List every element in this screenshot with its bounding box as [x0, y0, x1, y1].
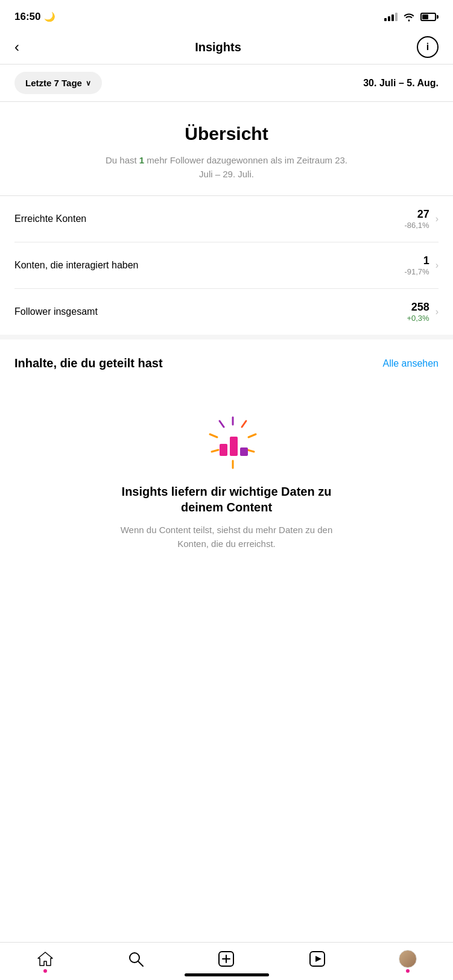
stat-right-reached: 27 -86,1% › — [404, 208, 439, 230]
empty-state: Insights liefern dir wichtige Daten zu d… — [14, 400, 439, 575]
stat-right-interacted: 1 -91,7% › — [404, 254, 439, 276]
stat-item-interacted[interactable]: Konten, die interagiert haben 1 -91,7% › — [14, 242, 439, 289]
overview-subtitle: Du hast 1 mehr Follower dazugewonnen als… — [100, 154, 353, 181]
svg-rect-10 — [240, 447, 248, 456]
chart-icon — [197, 413, 257, 467]
svg-rect-9 — [230, 437, 238, 456]
svg-line-3 — [247, 450, 254, 452]
chevron-right-icon-3: › — [436, 306, 439, 317]
nav-item-profile[interactable] — [399, 950, 417, 968]
battery-icon — [420, 13, 439, 21]
nav-bar: ‹ Insights i — [0, 30, 453, 64]
nav-item-search[interactable] — [127, 950, 145, 968]
chevron-right-icon: › — [436, 213, 439, 224]
stats-list: Erreichte Konten 27 -86,1% › Konten, die… — [0, 196, 453, 335]
svg-marker-17 — [315, 956, 322, 962]
stat-number-reached: 27 — [404, 208, 429, 221]
signal-icon — [384, 13, 398, 21]
search-icon — [127, 950, 145, 968]
moon-icon: 🌙 — [44, 11, 55, 22]
reels-icon — [308, 950, 326, 968]
home-icon — [36, 950, 54, 968]
stat-right-followers: 258 +0,3% › — [407, 301, 439, 323]
stat-item-followers[interactable]: Follower insgesamt 258 +0,3% › — [14, 289, 439, 335]
svg-line-2 — [249, 434, 256, 437]
content-header: Inhalte, die du geteilt hast Alle ansehe… — [14, 356, 439, 370]
stat-change-reached: -86,1% — [404, 221, 429, 230]
overview-section: Übersicht Du hast 1 mehr Follower dazuge… — [0, 102, 453, 196]
nav-item-create[interactable] — [217, 950, 235, 968]
stat-label-reached: Erreichte Konten — [14, 213, 86, 224]
status-bar: 16:50 🌙 — [0, 0, 453, 30]
svg-rect-8 — [220, 444, 227, 456]
stat-label-followers: Follower insgesamt — [14, 306, 98, 317]
chevron-right-icon-2: › — [436, 260, 439, 271]
date-filter-button[interactable]: Letzte 7 Tage ∨ — [14, 72, 102, 94]
empty-state-subtitle: Wenn du Content teilst, siehst du mehr D… — [118, 523, 335, 551]
home-indicator — [185, 973, 269, 976]
svg-line-12 — [138, 961, 143, 966]
status-icons — [384, 12, 439, 22]
svg-line-1 — [242, 421, 246, 427]
filter-bar: Letzte 7 Tage ∨ 30. Juli – 5. Aug. — [0, 64, 453, 102]
nav-item-home[interactable] — [36, 950, 54, 968]
create-icon — [217, 950, 235, 968]
back-button[interactable]: ‹ — [14, 39, 19, 55]
time-display: 16:50 — [14, 11, 40, 23]
info-button[interactable]: i — [417, 36, 439, 58]
stat-number-followers: 258 — [407, 301, 429, 314]
content-section: Inhalte, die du geteilt hast Alle ansehe… — [0, 335, 453, 592]
svg-line-7 — [220, 421, 224, 427]
filter-label: Letzte 7 Tage — [25, 78, 82, 88]
profile-avatar — [399, 950, 417, 968]
wifi-icon — [402, 12, 416, 22]
stat-item-reached[interactable]: Erreichte Konten 27 -86,1% › — [14, 196, 439, 242]
date-range-display: 30. Juli – 5. Aug. — [363, 78, 439, 89]
highlight-number: 1 — [139, 155, 144, 165]
stat-change-followers: +0,3% — [407, 314, 429, 323]
stat-label-interacted: Konten, die interagiert haben — [14, 260, 138, 271]
stat-change-interacted: -91,7% — [404, 267, 429, 276]
empty-state-title: Insights liefern dir wichtige Daten zu d… — [112, 484, 341, 515]
status-time: 16:50 🌙 — [14, 11, 55, 23]
chevron-down-icon: ∨ — [86, 79, 91, 87]
overview-title: Übersicht — [14, 124, 439, 144]
svg-line-6 — [210, 434, 217, 437]
home-dot — [43, 969, 47, 973]
nav-item-reels[interactable] — [308, 950, 326, 968]
profile-dot — [406, 969, 410, 973]
stat-number-interacted: 1 — [404, 254, 429, 267]
content-section-title: Inhalte, die du geteilt hast — [14, 356, 163, 370]
svg-line-5 — [212, 450, 218, 452]
page-title: Insights — [195, 40, 241, 54]
view-all-link[interactable]: Alle ansehen — [382, 358, 439, 369]
